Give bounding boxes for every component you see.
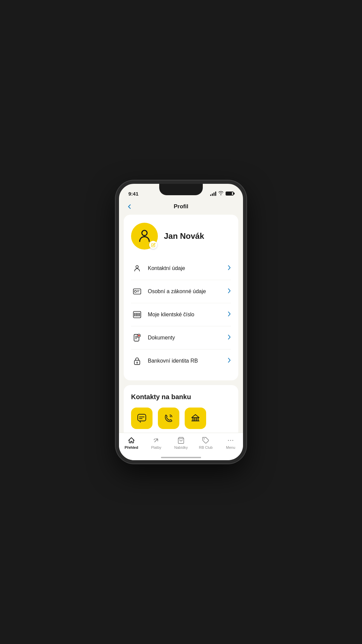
svg-point-3 [134,290,136,292]
nav-item-menu[interactable]: Menu [218,436,243,449]
battery-icon [226,192,234,196]
svg-rect-23 [195,418,196,421]
page-title: Profil [174,203,188,210]
menu-list: Kontaktní údaje [131,257,231,372]
cart-icon [177,436,185,444]
document-icon [131,332,143,344]
home-indicator [161,457,201,458]
back-button[interactable] [126,203,133,210]
nav-item-prehled[interactable]: Přehled [119,436,144,449]
svg-rect-24 [197,418,198,421]
menu-item-bankovni-identita[interactable]: Bankovní identita RB [131,350,231,372]
chevron-icon [228,334,231,341]
payments-icon [152,436,160,444]
page-header: Profil [119,201,243,215]
status-icons [210,191,234,197]
nav-label-platby: Platby [151,445,162,449]
nav-item-rb-club[interactable]: RB Club [193,436,218,449]
chat-icon-bg [131,408,153,429]
menu-label-kontaktni: Kontaktní údaje [148,265,228,271]
avatar-wrapper [131,223,158,250]
content-area: Jan Novák Kontaktní údaje [119,215,243,444]
edit-avatar-button[interactable] [149,241,157,249]
person-icon [138,229,151,244]
menu-label-dokumenty: Dokumenty [148,335,228,341]
phone-icon [164,414,173,423]
chevron-icon [228,311,231,318]
svg-rect-22 [192,418,194,421]
id-card-icon [131,285,143,298]
nav-item-platby[interactable]: Platby [144,436,169,449]
svg-rect-19 [138,414,146,421]
phone-frame: 9:41 [116,180,246,464]
chevron-icon [228,265,231,272]
lock-icon [131,355,143,367]
svg-point-32 [232,440,233,441]
menu-label-osobni: Osobní a zákonné údaje [148,288,228,294]
chat-icon [137,414,146,423]
dots-icon [227,436,235,444]
status-time: 9:41 [128,191,138,197]
svg-point-31 [230,440,231,441]
menu-item-dokumenty[interactable]: Dokumenty [131,326,231,350]
nav-label-rbclub: RB Club [199,445,213,449]
tag-icon [202,436,210,444]
chevron-icon [228,358,231,364]
home-icon [127,436,135,444]
svg-point-0 [142,230,147,236]
menu-label-klientske: Moje klientské číslo [148,312,228,318]
dokumenty-icon-wrapper [131,332,148,344]
menu-item-klientske-cislo[interactable]: Moje klientské číslo [131,303,231,326]
barcode-icon [131,309,143,321]
signal-icon [210,192,216,196]
svg-point-29 [204,438,205,439]
profile-header: Jan Novák [131,223,231,250]
nav-item-nabidky[interactable]: Nabídky [169,436,193,449]
profile-name: Jan Novák [164,231,204,241]
profile-card: Jan Novák Kontaktní údaje [124,215,238,380]
bank-icon-bg [185,408,206,429]
svg-point-30 [228,440,229,441]
contacts-title: Kontakty na banku [131,393,231,401]
menu-label-bankovni: Bankovní identita RB [148,358,228,364]
notch [159,184,203,195]
phone-icon-bg [158,408,179,429]
chevron-icon [228,288,231,295]
wifi-icon [218,191,224,197]
menu-item-kontaktni-udaje[interactable]: Kontaktní údaje [131,257,231,280]
svg-point-1 [136,266,138,268]
nav-label-prehled: Přehled [125,445,138,449]
svg-point-15 [138,335,140,336]
nav-label-nabidky: Nabídky [174,445,188,449]
nav-label-menu: Menu [226,445,235,449]
person-icon [131,262,143,274]
bottom-nav: Přehled Platby Nabídky [119,433,243,460]
menu-item-osobni-udaje[interactable]: Osobní a zákonné údaje [131,280,231,303]
bank-icon [191,414,200,423]
